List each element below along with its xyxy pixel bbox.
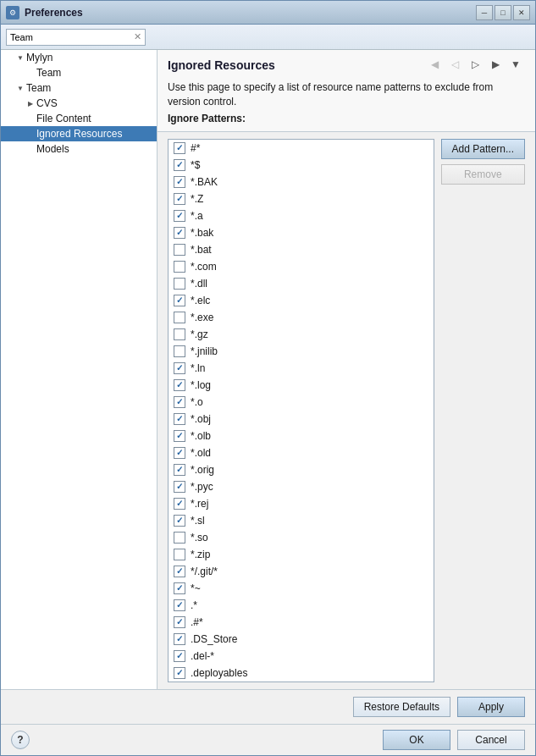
pattern-item[interactable]: *.exe (169, 309, 434, 326)
ok-button[interactable]: OK (383, 730, 450, 750)
pattern-checkbox[interactable] (174, 582, 185, 594)
pattern-item[interactable]: .#* (169, 614, 434, 631)
nav-forward-button[interactable]: ▷ (466, 57, 484, 72)
pattern-checkbox[interactable] (174, 447, 185, 459)
sidebar-item-ignored-resources[interactable]: Ignored Resources (1, 126, 157, 141)
pattern-checkbox[interactable] (174, 549, 185, 560)
minimize-button[interactable]: ─ (476, 5, 493, 20)
pattern-checkbox[interactable] (174, 515, 185, 527)
remove-button[interactable]: Remove (441, 164, 525, 185)
pattern-item[interactable]: #* (169, 140, 434, 157)
sidebar-item-cvs[interactable]: CVS (1, 96, 157, 111)
pattern-item[interactable]: *.a (169, 207, 434, 224)
patterns-list[interactable]: #**$*.BAK*.Z*.a*.bak*.bat*.com*.dll*.elc… (168, 139, 434, 682)
pattern-item[interactable]: *~ (169, 580, 434, 597)
pattern-checkbox[interactable] (174, 650, 185, 662)
pattern-checkbox[interactable] (174, 481, 185, 493)
pattern-item[interactable]: .git (169, 682, 434, 682)
pattern-item[interactable]: *.com (169, 258, 434, 275)
pattern-checkbox[interactable] (174, 328, 185, 340)
apply-button[interactable]: Apply (457, 697, 525, 717)
sidebar-item-mylyn[interactable]: Mylyn (1, 50, 157, 65)
restore-defaults-button[interactable]: Restore Defaults (353, 697, 450, 717)
pattern-checkbox[interactable] (174, 244, 185, 256)
pattern-checkbox[interactable] (174, 633, 185, 645)
pattern-item[interactable]: *.obj (169, 411, 434, 428)
sidebar-item-mylyn-team[interactable]: Team (1, 65, 157, 80)
pattern-item[interactable]: *.olb (169, 428, 434, 444)
pattern-item[interactable]: *.sl (169, 512, 434, 529)
search-clear-icon[interactable]: ✕ (134, 31, 141, 42)
pattern-checkbox[interactable] (174, 261, 185, 273)
pattern-checkbox[interactable] (174, 193, 185, 205)
pattern-item[interactable]: *.ln (169, 360, 434, 377)
pattern-checkbox[interactable] (174, 464, 185, 476)
pattern-item[interactable]: .DS_Store (169, 631, 434, 648)
pattern-checkbox[interactable] (174, 210, 185, 222)
window-icon: ⚙ (6, 6, 19, 19)
pattern-item[interactable]: *.bak (169, 224, 434, 241)
cancel-button[interactable]: Cancel (457, 730, 525, 750)
expand-icon-cvs (25, 97, 36, 109)
pattern-item[interactable]: *.jnilib (169, 343, 434, 360)
pattern-text: *$ (191, 159, 200, 171)
maximize-button[interactable]: □ (495, 5, 511, 20)
pattern-text: *.old (191, 447, 211, 459)
add-pattern-button[interactable]: Add Pattern... (441, 139, 525, 159)
pattern-checkbox[interactable] (174, 295, 185, 306)
pattern-checkbox[interactable] (174, 599, 185, 611)
pattern-checkbox[interactable] (174, 616, 185, 628)
sidebar-item-models[interactable]: Models (1, 141, 157, 157)
pattern-checkbox[interactable] (174, 159, 185, 171)
pattern-checkbox[interactable] (174, 278, 185, 290)
pattern-text: *~ (191, 582, 201, 594)
search-input[interactable] (10, 32, 134, 42)
expand-icon-models (25, 143, 36, 155)
pattern-item[interactable]: *.o (169, 394, 434, 411)
pattern-item[interactable]: *.bat (169, 241, 434, 258)
pattern-checkbox[interactable] (174, 379, 185, 391)
pattern-item[interactable]: *.gz (169, 326, 434, 343)
pattern-item[interactable]: *$ (169, 157, 434, 174)
pattern-item[interactable]: *.so (169, 529, 434, 546)
pattern-checkbox[interactable] (174, 430, 185, 442)
pattern-item[interactable]: *.old (169, 444, 434, 461)
pattern-checkbox[interactable] (174, 312, 185, 323)
pattern-checkbox[interactable] (174, 498, 185, 510)
nav-forward2-button[interactable]: ▶ (486, 57, 505, 72)
pattern-item[interactable]: *.elc (169, 292, 434, 309)
main-panel: Ignored Resources ◀ ◁ ▷ ▶ ▼ Use this pag… (157, 50, 535, 689)
help-button[interactable]: ? (11, 731, 30, 749)
nav-back-button[interactable]: ◀ (425, 57, 444, 72)
sidebar-item-file-content[interactable]: File Content (1, 111, 157, 126)
pattern-checkbox[interactable] (174, 227, 185, 239)
pattern-item[interactable]: .del-* (169, 648, 434, 665)
pattern-checkbox[interactable] (174, 667, 185, 679)
sidebar-label-ignored-resources: Ignored Resources (36, 128, 122, 140)
nav-back2-button[interactable]: ◁ (445, 57, 464, 72)
sidebar-label-models: Models (36, 143, 69, 155)
pattern-item[interactable]: *.orig (169, 461, 434, 478)
pattern-checkbox[interactable] (174, 396, 185, 408)
pattern-checkbox[interactable] (174, 413, 185, 425)
pattern-item[interactable]: *.rej (169, 495, 434, 512)
pattern-checkbox[interactable] (174, 566, 185, 577)
pattern-checkbox[interactable] (174, 176, 185, 188)
pattern-item[interactable]: *.Z (169, 190, 434, 207)
pattern-item[interactable]: *.log (169, 377, 434, 394)
pattern-checkbox[interactable] (174, 142, 185, 154)
pattern-checkbox[interactable] (174, 345, 185, 357)
pattern-item[interactable]: *.zip (169, 546, 434, 563)
pattern-item[interactable]: .* (169, 597, 434, 614)
pattern-item[interactable]: */.git/* (169, 563, 434, 580)
pattern-checkbox[interactable] (174, 532, 185, 544)
pattern-item[interactable]: *.dll (169, 275, 434, 292)
pattern-item[interactable]: *.pyc (169, 478, 434, 495)
nav-dropdown-button[interactable]: ▼ (506, 57, 525, 72)
panel-title: Ignored Resources (168, 58, 275, 72)
pattern-item[interactable]: .deployables (169, 665, 434, 682)
sidebar-item-team[interactable]: Team (1, 80, 157, 96)
pattern-item[interactable]: *.BAK (169, 174, 434, 190)
pattern-checkbox[interactable] (174, 362, 185, 374)
close-button[interactable]: ✕ (513, 5, 530, 20)
